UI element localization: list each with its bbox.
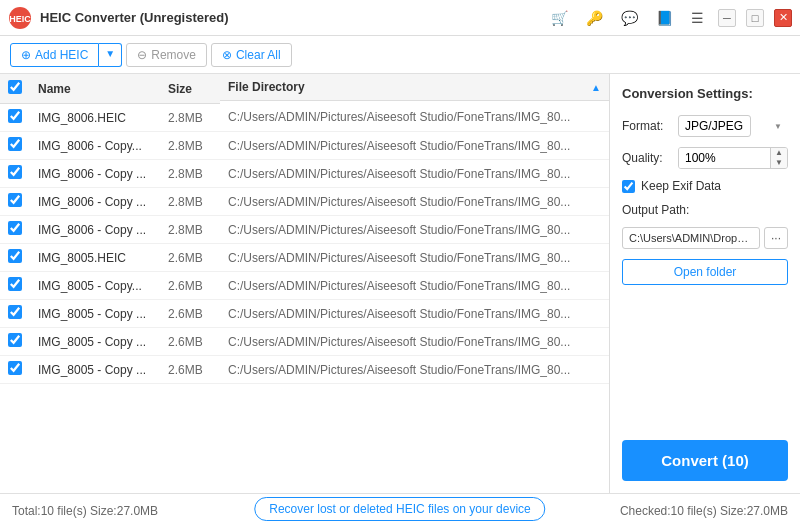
keep-exif-checkbox[interactable] [622,180,635,193]
format-select[interactable]: JPG/JPEG PNG GIF BMP TIFF [678,115,751,137]
row-checkbox-0[interactable] [8,109,22,123]
row-directory: C:/Users/ADMIN/Pictures/Aiseesoft Studio… [220,244,609,272]
app-title: HEIC Converter (Unregistered) [40,10,547,25]
row-checkbox-cell [0,160,30,188]
checked-status: Checked:10 file(s) Size:27.0MB [620,504,788,518]
row-directory: C:/Users/ADMIN/Pictures/Aiseesoft Studio… [220,328,609,356]
files-table-element: Name Size File Directory ▲ IMG_8006.HEIC… [0,74,609,384]
clear-all-button[interactable]: ⊗ Clear All [211,43,292,67]
row-checkbox-8[interactable] [8,333,22,347]
col-size: Size [160,74,220,104]
file-panel: Name Size File Directory ▲ IMG_8006.HEIC… [0,74,610,493]
row-name: IMG_8006.HEIC [30,104,160,132]
row-size: 2.6MB [160,272,220,300]
row-directory: C:/Users/ADMIN/Pictures/Aiseesoft Studio… [220,104,609,132]
row-size: 2.8MB [160,216,220,244]
open-folder-button[interactable]: Open folder [622,259,788,285]
row-checkbox-cell [0,132,30,160]
format-select-wrapper: JPG/JPEG PNG GIF BMP TIFF [678,115,788,137]
row-name: IMG_8005 - Copy ... [30,356,160,384]
output-path-row: C:\Users\ADMIN\Dropbox\PC\ ··· [622,227,788,249]
row-checkbox-cell [0,300,30,328]
recover-button[interactable]: Recover lost or deleted HEIC files on yo… [254,497,545,521]
output-path-display: C:\Users\ADMIN\Dropbox\PC\ [622,227,760,249]
row-checkbox-9[interactable] [8,361,22,375]
row-checkbox-2[interactable] [8,165,22,179]
remove-button[interactable]: ⊖ Remove [126,43,207,67]
row-checkbox-cell [0,328,30,356]
app-logo: HEIC [8,6,32,30]
row-directory: C:/Users/ADMIN/Pictures/Aiseesoft Studio… [220,272,609,300]
total-status: Total:10 file(s) Size:27.0MB [12,504,158,518]
cart-icon[interactable]: 🛒 [547,8,572,28]
row-checkbox-1[interactable] [8,137,22,151]
quality-row: Quality: ▲ ▼ [622,147,788,169]
remove-icon: ⊖ [137,48,147,62]
row-directory: C:/Users/ADMIN/Pictures/Aiseesoft Studio… [220,132,609,160]
row-checkbox-cell [0,104,30,132]
format-label: Format: [622,119,672,133]
row-name: IMG_8006 - Copy ... [30,160,160,188]
row-name: IMG_8006 - Copy ... [30,216,160,244]
row-checkbox-6[interactable] [8,277,22,291]
file-table[interactable]: Name Size File Directory ▲ IMG_8006.HEIC… [0,74,609,493]
key-icon[interactable]: 🔑 [582,8,607,28]
row-checkbox-5[interactable] [8,249,22,263]
row-size: 2.6MB [160,244,220,272]
row-size: 2.6MB [160,328,220,356]
table-row: IMG_8005 - Copy ...2.6MBC:/Users/ADMIN/P… [0,328,609,356]
quality-label: Quality: [622,151,672,165]
add-dropdown-arrow[interactable]: ▼ [99,43,122,67]
minimize-button[interactable]: ─ [718,9,736,27]
row-size: 2.6MB [160,356,220,384]
convert-button[interactable]: Convert (10) [622,440,788,481]
row-name: IMG_8006 - Copy... [30,132,160,160]
main-content: Name Size File Directory ▲ IMG_8006.HEIC… [0,74,800,493]
table-row: IMG_8006 - Copy...2.8MBC:/Users/ADMIN/Pi… [0,132,609,160]
svg-text:HEIC: HEIC [9,14,31,24]
table-row: IMG_8006 - Copy ...2.8MBC:/Users/ADMIN/P… [0,160,609,188]
row-checkbox-cell [0,244,30,272]
row-size: 2.6MB [160,300,220,328]
col-checkbox [0,74,30,104]
add-heic-group: ⊕ Add HEIC ▼ [10,43,122,67]
close-button[interactable]: ✕ [774,9,792,27]
output-path-label: Output Path: [622,203,788,217]
row-checkbox-cell [0,188,30,216]
clear-icon: ⊗ [222,48,232,62]
table-body: IMG_8006.HEIC2.8MBC:/Users/ADMIN/Picture… [0,104,609,384]
maximize-button[interactable]: □ [746,9,764,27]
share-icon[interactable]: 📘 [652,8,677,28]
row-name: IMG_8005 - Copy... [30,272,160,300]
row-checkbox-3[interactable] [8,193,22,207]
row-checkbox-4[interactable] [8,221,22,235]
row-directory: C:/Users/ADMIN/Pictures/Aiseesoft Studio… [220,160,609,188]
chat-icon[interactable]: 💬 [617,8,642,28]
table-row: IMG_8006.HEIC2.8MBC:/Users/ADMIN/Picture… [0,104,609,132]
quality-input[interactable] [679,148,770,168]
row-checkbox-cell [0,272,30,300]
settings-panel: Conversion Settings: Format: JPG/JPEG PN… [610,74,800,493]
table-row: IMG_8005 - Copy ...2.6MBC:/Users/ADMIN/P… [0,300,609,328]
col-name: Name [30,74,160,104]
row-checkbox-cell [0,356,30,384]
settings-title: Conversion Settings: [622,86,788,101]
row-size: 2.8MB [160,160,220,188]
quality-down-button[interactable]: ▼ [771,158,787,168]
quality-up-button[interactable]: ▲ [771,148,787,158]
select-all-checkbox[interactable] [8,80,22,94]
menu-icon[interactable]: ☰ [687,8,708,28]
table-row: IMG_8005 - Copy...2.6MBC:/Users/ADMIN/Pi… [0,272,609,300]
table-row: IMG_8006 - Copy ...2.8MBC:/Users/ADMIN/P… [0,216,609,244]
row-size: 2.8MB [160,132,220,160]
add-heic-button[interactable]: ⊕ Add HEIC [10,43,99,67]
table-header: Name Size File Directory ▲ [0,74,609,104]
title-bar: HEIC HEIC Converter (Unregistered) 🛒 🔑 💬… [0,0,800,36]
browse-button[interactable]: ··· [764,227,788,249]
row-checkbox-7[interactable] [8,305,22,319]
row-directory: C:/Users/ADMIN/Pictures/Aiseesoft Studio… [220,356,609,384]
row-size: 2.8MB [160,104,220,132]
quality-input-wrapper: ▲ ▼ [678,147,788,169]
col-directory: File Directory ▲ [220,74,609,101]
table-row: IMG_8005 - Copy ...2.6MBC:/Users/ADMIN/P… [0,356,609,384]
